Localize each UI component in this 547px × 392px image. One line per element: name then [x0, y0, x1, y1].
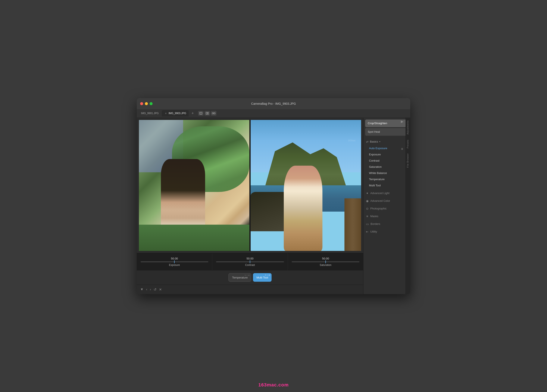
photographic-section[interactable]: ⊙ Photographic ▶	[363, 205, 410, 213]
close-button[interactable]	[140, 102, 143, 105]
saturation-item[interactable]: Saturation	[365, 164, 409, 170]
right-panel: Crop/Straighten Spot Heal ⇄ Basics ▾ Aut…	[363, 118, 410, 294]
right-panel-content: Crop/Straighten Spot Heal ⇄ Basics ▾ Aut…	[363, 118, 410, 294]
presets-side-label[interactable]: Presets	[406, 137, 410, 151]
sliders-row: 50.00 Exposure 50.00 Contrast 50.00	[137, 253, 363, 270]
view-single-button[interactable]	[198, 111, 204, 116]
saturation-value: 50.00	[322, 257, 329, 260]
app-window: CameraBag Pro - IMG_9903.JPG IMG_9901.JP…	[137, 98, 410, 294]
saturation-slider-col: 50.00 Saturation	[288, 253, 363, 270]
white-balance-item[interactable]: White Balance	[365, 170, 409, 176]
saturation-track[interactable]	[292, 261, 359, 262]
contrast-label: Contrast	[245, 263, 255, 267]
tab-img9901[interactable]: IMG_9901.JPG	[138, 110, 161, 117]
svg-rect-4	[212, 113, 213, 114]
spot-heal-button[interactable]: Spot Heal	[365, 128, 409, 136]
exposure-label: Exposure	[169, 263, 180, 267]
image-display-left	[139, 120, 249, 251]
contrast-track[interactable]	[216, 261, 284, 262]
nav-reset-button[interactable]: ↺	[154, 288, 157, 292]
site-watermark: 163mac.com	[258, 382, 289, 388]
window-title: CameraBag Pro - IMG_9903.JPG	[251, 102, 296, 105]
contrast-slider-col: 50.00 Contrast	[212, 253, 288, 270]
saturation-label: Saturation	[320, 263, 331, 267]
svg-rect-2	[206, 112, 207, 114]
nav-expand-button[interactable]: ▼	[140, 288, 144, 291]
multi-tool-item[interactable]: Multi Tool	[365, 182, 409, 188]
exposure-item[interactable]: Exposure	[365, 151, 409, 158]
image-area: 163mac 50.00 Exposure 50.00	[137, 118, 363, 294]
exposure-track[interactable]	[141, 261, 208, 262]
title-bar: CameraBag Pro - IMG_9903.JPG	[137, 98, 410, 109]
advanced-light-section[interactable]: ✦ Advanced Light ▶	[363, 189, 410, 197]
minimize-button[interactable]	[145, 102, 148, 105]
contrast-thumb[interactable]	[250, 260, 250, 263]
share-icon: ⇤	[366, 230, 369, 234]
image-display-right: 163mac	[251, 120, 361, 251]
bottom-toolbar: ✕ □ ⊕ Temperature ✕ □ ⊕ Multi Tool	[137, 270, 363, 285]
masks-section[interactable]: ✳ Masks ▶	[363, 213, 410, 220]
image-panel-right: 163mac	[251, 120, 361, 251]
nav-prev-button[interactable]: ‹	[146, 288, 147, 291]
image-panel-left	[139, 120, 249, 251]
basics-chevron-icon: ▾	[379, 140, 380, 143]
contrast-item[interactable]: Contrast	[365, 158, 409, 164]
nav-next-button[interactable]: ›	[150, 288, 151, 291]
fullscreen-button[interactable]	[150, 102, 153, 105]
view-controls	[198, 111, 216, 116]
square-icon: ▭	[366, 222, 369, 226]
multi-tool-label: Multi Tool	[256, 276, 268, 279]
multi-tool-pill[interactable]: ✕ □ ⊕ Multi Tool	[253, 273, 272, 282]
temperature-tool-pill[interactable]: ✕ □ ⊕ Temperature	[228, 273, 251, 282]
saturation-thumb[interactable]	[325, 260, 326, 263]
svg-rect-5	[214, 113, 215, 114]
borders-section[interactable]: ▭ Borders ▶	[363, 220, 410, 228]
view-compare-button[interactable]	[211, 111, 216, 116]
tab-add-button[interactable]: +	[190, 111, 195, 116]
panel-collapse-button[interactable]: ▶	[400, 119, 404, 124]
main-content: 163mac 50.00 Exposure 50.00	[137, 118, 410, 294]
camera-icon: ⊙	[366, 207, 369, 210]
file-browser-side-label[interactable]: File Browser	[406, 151, 410, 170]
basics-section: ⇄ Basics ▾ Auto Exposure Exposure Contra…	[363, 138, 410, 189]
view-grid-button[interactable]	[205, 111, 210, 116]
utility-section[interactable]: ⇤ Utility ▶	[363, 228, 410, 235]
bottom-nav: ▼ ‹ › ↺ ✕	[137, 285, 363, 294]
adjustments-side-label[interactable]: Adjustments	[406, 118, 410, 137]
svg-rect-3	[207, 112, 209, 114]
panel-menu-button[interactable]: ≡	[400, 147, 404, 151]
contrast-value: 50.00	[246, 257, 254, 260]
advanced-color-section[interactable]: ◉ Advanced Color ▶	[363, 197, 410, 205]
exposure-thumb[interactable]	[174, 260, 175, 263]
exposure-slider-col: 50.00 Exposure	[137, 253, 212, 270]
exposure-value: 50.00	[171, 257, 178, 260]
tab-bar: IMG_9901.JPG ✕ IMG_9903.JPG +	[137, 109, 410, 118]
basics-header[interactable]: ⇄ Basics ▾	[363, 138, 410, 145]
tab-img9903[interactable]: ✕ IMG_9903.JPG	[162, 110, 189, 117]
traffic-lights	[140, 102, 153, 105]
asterisk-icon: ✳	[366, 215, 369, 218]
side-labels: Adjustments Presets File Browser	[406, 118, 410, 294]
sun-icon: ✦	[366, 192, 369, 195]
image-canvas: 163mac	[137, 118, 363, 253]
temperature-item[interactable]: Temperature	[365, 176, 409, 182]
nav-close-button[interactable]: ✕	[159, 288, 162, 292]
circle-icon: ◉	[366, 199, 369, 203]
tab-close-icon[interactable]: ✕	[164, 112, 167, 115]
